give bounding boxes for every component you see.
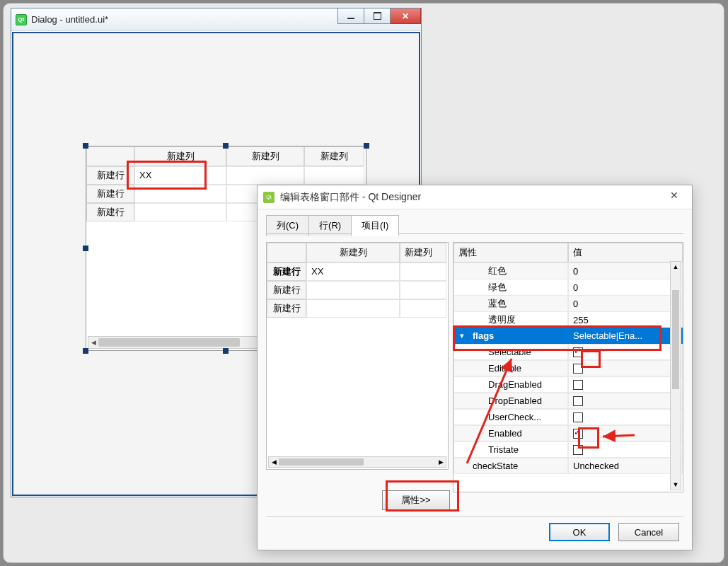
prop-value[interactable] [568,409,683,425]
resize-handle[interactable] [223,143,229,149]
prop-header-value[interactable]: 值 [568,243,683,262]
prop-row-enabled[interactable]: Enabled [453,425,683,441]
prop-label: Editable [453,360,568,376]
prop-value[interactable] [568,441,683,458]
row-header-0[interactable]: 新建行 [86,166,134,185]
prop-row-usercheck[interactable]: UserCheck... [453,409,683,425]
scroll-down-icon[interactable]: ▼ [671,480,681,490]
modal-cell-1-1[interactable] [400,281,446,299]
modal-table-corner [267,243,306,262]
modal-title: 编辑表格窗口部件 - Qt Designer [280,191,421,204]
prop-value[interactable]: 0 [568,262,683,279]
prop-row-green[interactable]: 绿色 0 [453,279,683,295]
col-header-0[interactable]: 新建列 [134,146,226,166]
scroll-thumb[interactable] [672,290,679,389]
resize-handle[interactable] [223,348,229,354]
modal-cell-2-1[interactable] [400,299,446,318]
cell-0-1[interactable] [226,166,304,185]
resize-handle[interactable] [364,143,369,149]
resize-handle[interactable] [83,246,88,251]
prop-row-selectable[interactable]: Selectable [453,344,683,360]
prop-row-editable[interactable]: Editable [453,360,683,376]
cancel-button[interactable]: Cancel [618,523,679,541]
maximize-button[interactable] [364,8,391,24]
prop-value[interactable] [568,393,683,409]
modal-col-header-0[interactable]: 新建列 [306,243,400,262]
prop-value[interactable]: Selectable|Ena... [568,328,683,344]
properties-toggle-button[interactable]: 属性>> [382,490,450,510]
prop-value[interactable]: 0 [568,295,683,312]
modal-preview-table[interactable]: 新建列 新建列 新建行 XX 新建行 新建行 [266,242,449,470]
prop-row-flags[interactable]: ▾flags Selectable|Ena... [453,328,683,344]
cell-2-0[interactable] [134,203,226,221]
prop-row-tristate[interactable]: Tristate [453,441,683,458]
checkbox-icon[interactable] [573,445,583,455]
modal-row-header-1[interactable]: 新建行 [267,281,306,299]
prop-row-checkstate[interactable]: checkState Unchecked [453,458,683,474]
prop-label: 透明度 [453,311,568,328]
scroll-left-icon[interactable]: ◀ [269,457,279,467]
prop-value[interactable] [568,425,683,441]
scroll-right-icon[interactable]: ▶ [436,457,446,467]
prop-value[interactable] [568,376,683,393]
col-header-2[interactable]: 新建列 [304,146,364,166]
scroll-thumb[interactable] [279,458,364,466]
prop-row-alpha[interactable]: 透明度 255 [453,311,683,328]
cell-0-2[interactable] [304,166,364,185]
modal-titlebar[interactable]: 编辑表格窗口部件 - Qt Designer [258,185,692,209]
prop-label: UserCheck... [453,409,568,425]
prop-label: 红色 [453,262,568,279]
checkbox-icon[interactable] [573,412,583,422]
checkbox-icon[interactable] [573,364,583,374]
cell-0-0[interactable]: XX [134,166,226,185]
prop-row-red[interactable]: 红色 0 [453,262,683,279]
modal-separator [266,516,683,517]
modal-cell-2-0[interactable] [306,299,400,318]
checkbox-icon[interactable] [573,396,583,406]
resize-handle[interactable] [83,143,88,149]
checkbox-icon[interactable] [573,429,583,439]
scroll-thumb[interactable] [98,338,240,347]
checkbox-icon[interactable] [573,380,583,390]
modal-close-button[interactable] [664,190,685,201]
table-corner [86,146,134,166]
scroll-up-icon[interactable]: ▲ [671,262,681,272]
minimize-button[interactable] [337,8,364,24]
scroll-left-icon[interactable]: ◀ [88,337,98,348]
modal-row-header-0[interactable]: 新建行 [267,262,306,281]
row-header-2[interactable]: 新建行 [86,203,134,221]
ok-button[interactable]: OK [549,523,610,541]
prop-header-name[interactable]: 属性 [453,243,568,262]
prop-value[interactable] [568,344,683,360]
main-window-title: Dialog - untitled.ui* [31,14,108,25]
cell-1-0[interactable] [134,185,226,203]
screenshot-frame: Dialog - untitled.ui* 新建列 新建列 新建列 新建行 XX [3,3,724,563]
proptree-vscrollbar[interactable]: ▲ ▼ [670,261,681,490]
prop-value[interactable]: 0 [568,279,683,296]
prop-value[interactable] [568,360,683,376]
edit-table-dialog: 编辑表格窗口部件 - Qt Designer 列(C) 行(R) 项目(I) 新… [257,185,693,550]
prop-value[interactable]: Unchecked [568,458,683,474]
qt-logo-icon [16,14,27,25]
close-button[interactable] [390,8,421,24]
main-titlebar[interactable]: Dialog - untitled.ui* [11,8,421,31]
chevron-down-icon[interactable]: ▾ [460,331,470,340]
checkbox-icon[interactable] [573,347,583,357]
prop-row-dropenabled[interactable]: DropEnabled [453,393,683,409]
prop-label: checkState [453,458,568,474]
property-tree[interactable]: 属性 值 红色 0 绿色 0 蓝色 0 透明度 255 [453,242,683,492]
modal-cell-1-0[interactable] [306,281,400,299]
row-header-1[interactable]: 新建行 [86,185,134,203]
modal-row-header-2[interactable]: 新建行 [267,299,306,318]
modal-table-hscrollbar[interactable]: ◀ ▶ [268,456,446,468]
prop-value[interactable]: 255 [568,311,683,328]
prop-label: DropEnabled [453,393,568,409]
prop-row-dragenabled[interactable]: DragEnabled [453,376,683,393]
modal-cell-0-1[interactable] [400,262,446,281]
tab-items[interactable]: 项目(I) [351,215,399,236]
modal-cell-0-0[interactable]: XX [306,262,400,281]
resize-handle[interactable] [83,348,88,354]
col-header-1[interactable]: 新建列 [226,146,304,166]
modal-col-header-1[interactable]: 新建列 [400,243,446,262]
prop-row-blue[interactable]: 蓝色 0 [453,295,683,311]
